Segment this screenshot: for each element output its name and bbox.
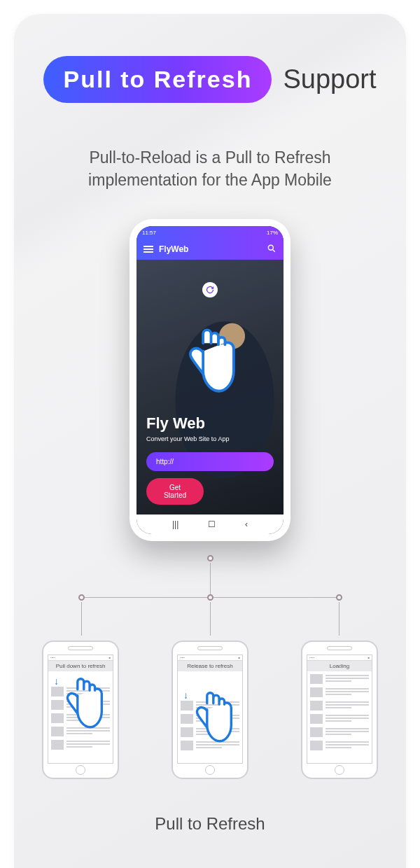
state-phone-release: •••••■ Release to refresh ↓ bbox=[172, 640, 248, 779]
status-bar: 11:57 17% bbox=[136, 226, 284, 239]
arrow-down-icon: ↓ bbox=[183, 690, 188, 701]
hero-subtitle: Convert your Web Site to App bbox=[146, 435, 274, 442]
state-label-release: Release to refresh bbox=[178, 661, 242, 671]
diagram-line bbox=[210, 602, 211, 636]
diagram-line bbox=[210, 563, 211, 598]
title-support-text: Support bbox=[283, 64, 376, 94]
status-time: 11:57 bbox=[142, 230, 156, 236]
state-phone-pull: •••••■ Pull down to refresh ↓ bbox=[42, 640, 119, 779]
title-pill: Pull to Refresh bbox=[43, 56, 272, 103]
get-started-button[interactable]: Get Started bbox=[146, 478, 204, 505]
state-phones-row: •••••■ Pull down to refresh ↓ bbox=[42, 640, 378, 779]
hand-swipe-icon bbox=[185, 323, 238, 400]
menu-icon[interactable] bbox=[144, 246, 153, 253]
diagram-line bbox=[339, 602, 340, 636]
nav-back-icon[interactable]: ‹ bbox=[245, 519, 248, 529]
state-label-loading: Loading bbox=[307, 661, 372, 671]
feature-card: Pull to Refresh Support Pull-to-Reload i… bbox=[14, 14, 406, 868]
home-button-icon bbox=[205, 765, 215, 775]
search-icon[interactable] bbox=[267, 244, 276, 255]
status-battery: 17% bbox=[267, 230, 278, 236]
caption: Pull to Refresh bbox=[35, 814, 385, 834]
nav-recent-icon[interactable]: ||| bbox=[172, 519, 178, 529]
hero-title: Fly Web bbox=[146, 414, 274, 433]
arrow-down-icon: ↓ bbox=[54, 676, 59, 687]
state-label-pull: Pull down to refresh bbox=[48, 661, 113, 671]
url-input[interactable]: http:// bbox=[146, 452, 274, 471]
diagram-dot bbox=[78, 594, 85, 601]
refresh-indicator-icon bbox=[202, 282, 218, 298]
title-row: Pull to Refresh Support bbox=[35, 56, 385, 103]
subtitle: Pull-to-Reload is a Pull to Refresh impl… bbox=[49, 146, 371, 191]
app-title: FlyWeb bbox=[159, 244, 188, 254]
hand-swipe-icon bbox=[63, 674, 105, 733]
state-phone-loading: •••••■ Loading bbox=[301, 640, 378, 779]
home-button-icon bbox=[76, 765, 85, 775]
svg-point-0 bbox=[268, 245, 273, 250]
diagram-dot bbox=[336, 594, 342, 601]
home-button-icon bbox=[335, 765, 344, 775]
app-bar: FlyWeb bbox=[136, 239, 284, 260]
diagram-line bbox=[81, 602, 82, 636]
states-diagram: •••••■ Pull down to refresh ↓ bbox=[42, 555, 378, 779]
nav-home-icon[interactable]: ☐ bbox=[208, 519, 216, 529]
hero-area: Fly Web Convert your Web Site to App htt… bbox=[136, 260, 284, 514]
hand-swipe-icon bbox=[192, 688, 234, 747]
svg-line-1 bbox=[273, 250, 275, 252]
diagram-dot bbox=[207, 555, 214, 561]
phone-mockup-main: 11:57 17% FlyWeb Fly Web Convert yo bbox=[130, 219, 290, 541]
android-nav-bar: ||| ☐ ‹ bbox=[136, 514, 284, 534]
phone-screen: 11:57 17% FlyWeb Fly Web Convert yo bbox=[136, 226, 284, 534]
diagram-dot bbox=[207, 594, 214, 601]
